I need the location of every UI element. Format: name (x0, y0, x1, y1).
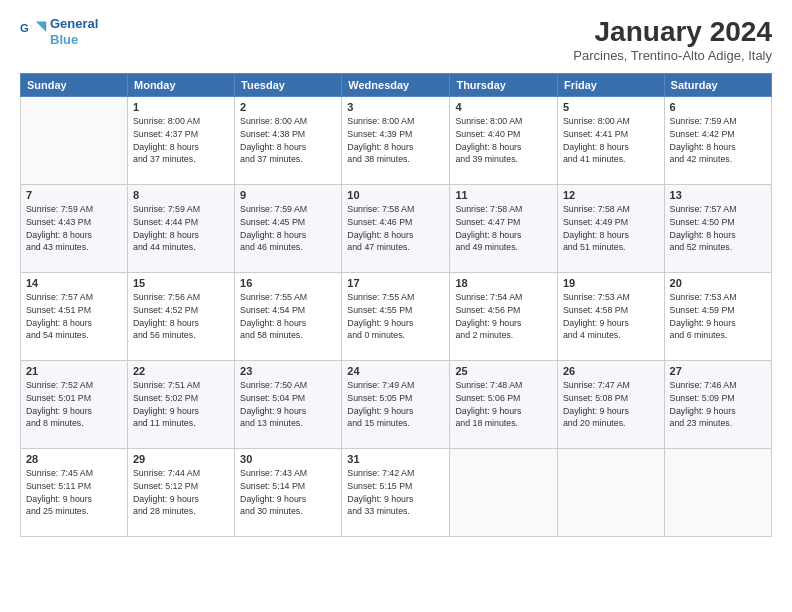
day-info: Sunrise: 7:50 AMSunset: 5:04 PMDaylight:… (240, 379, 336, 430)
day-number: 19 (563, 277, 659, 289)
day-number: 13 (670, 189, 766, 201)
calendar-cell: 8Sunrise: 7:59 AMSunset: 4:44 PMDaylight… (128, 185, 235, 273)
day-info: Sunrise: 7:44 AMSunset: 5:12 PMDaylight:… (133, 467, 229, 518)
calendar-cell: 4Sunrise: 8:00 AMSunset: 4:40 PMDaylight… (450, 97, 558, 185)
svg-text:G: G (20, 22, 29, 34)
day-info: Sunrise: 8:00 AMSunset: 4:38 PMDaylight:… (240, 115, 336, 166)
day-number: 14 (26, 277, 122, 289)
calendar-cell: 14Sunrise: 7:57 AMSunset: 4:51 PMDayligh… (21, 273, 128, 361)
calendar-cell: 9Sunrise: 7:59 AMSunset: 4:45 PMDaylight… (235, 185, 342, 273)
day-info: Sunrise: 7:59 AMSunset: 4:44 PMDaylight:… (133, 203, 229, 254)
day-number: 17 (347, 277, 444, 289)
day-info: Sunrise: 7:59 AMSunset: 4:43 PMDaylight:… (26, 203, 122, 254)
day-number: 28 (26, 453, 122, 465)
day-info: Sunrise: 7:47 AMSunset: 5:08 PMDaylight:… (563, 379, 659, 430)
day-number: 27 (670, 365, 766, 377)
svg-marker-1 (36, 21, 47, 32)
day-number: 23 (240, 365, 336, 377)
week-row-5: 28Sunrise: 7:45 AMSunset: 5:11 PMDayligh… (21, 449, 772, 537)
calendar-cell (664, 449, 771, 537)
day-info: Sunrise: 7:42 AMSunset: 5:15 PMDaylight:… (347, 467, 444, 518)
calendar-cell: 21Sunrise: 7:52 AMSunset: 5:01 PMDayligh… (21, 361, 128, 449)
day-info: Sunrise: 7:49 AMSunset: 5:05 PMDaylight:… (347, 379, 444, 430)
calendar-cell: 5Sunrise: 8:00 AMSunset: 4:41 PMDaylight… (557, 97, 664, 185)
day-number: 29 (133, 453, 229, 465)
day-info: Sunrise: 7:52 AMSunset: 5:01 PMDaylight:… (26, 379, 122, 430)
day-number: 22 (133, 365, 229, 377)
calendar-cell: 20Sunrise: 7:53 AMSunset: 4:59 PMDayligh… (664, 273, 771, 361)
logo: G General Blue (20, 16, 98, 47)
title-block: January 2024 Parcines, Trentino-Alto Adi… (573, 16, 772, 63)
day-number: 5 (563, 101, 659, 113)
week-row-3: 14Sunrise: 7:57 AMSunset: 4:51 PMDayligh… (21, 273, 772, 361)
week-row-4: 21Sunrise: 7:52 AMSunset: 5:01 PMDayligh… (21, 361, 772, 449)
day-number: 16 (240, 277, 336, 289)
calendar-cell: 25Sunrise: 7:48 AMSunset: 5:06 PMDayligh… (450, 361, 558, 449)
calendar-cell (450, 449, 558, 537)
day-header-friday: Friday (557, 74, 664, 97)
calendar-cell: 13Sunrise: 7:57 AMSunset: 4:50 PMDayligh… (664, 185, 771, 273)
calendar-body: 1Sunrise: 8:00 AMSunset: 4:37 PMDaylight… (21, 97, 772, 537)
day-number: 8 (133, 189, 229, 201)
day-number: 24 (347, 365, 444, 377)
day-header-thursday: Thursday (450, 74, 558, 97)
calendar-cell: 31Sunrise: 7:42 AMSunset: 5:15 PMDayligh… (342, 449, 450, 537)
calendar-header-row: SundayMondayTuesdayWednesdayThursdayFrid… (21, 74, 772, 97)
day-number: 20 (670, 277, 766, 289)
day-header-wednesday: Wednesday (342, 74, 450, 97)
calendar-cell: 3Sunrise: 8:00 AMSunset: 4:39 PMDaylight… (342, 97, 450, 185)
day-info: Sunrise: 7:57 AMSunset: 4:50 PMDaylight:… (670, 203, 766, 254)
calendar-cell (21, 97, 128, 185)
logo-icon: G (20, 18, 48, 46)
calendar-cell: 29Sunrise: 7:44 AMSunset: 5:12 PMDayligh… (128, 449, 235, 537)
calendar-cell: 7Sunrise: 7:59 AMSunset: 4:43 PMDaylight… (21, 185, 128, 273)
day-info: Sunrise: 7:55 AMSunset: 4:54 PMDaylight:… (240, 291, 336, 342)
calendar-cell: 2Sunrise: 8:00 AMSunset: 4:38 PMDaylight… (235, 97, 342, 185)
day-header-sunday: Sunday (21, 74, 128, 97)
header: G General Blue January 2024 Parcines, Tr… (20, 16, 772, 63)
calendar-cell: 17Sunrise: 7:55 AMSunset: 4:55 PMDayligh… (342, 273, 450, 361)
calendar-cell: 12Sunrise: 7:58 AMSunset: 4:49 PMDayligh… (557, 185, 664, 273)
day-info: Sunrise: 7:45 AMSunset: 5:11 PMDaylight:… (26, 467, 122, 518)
day-header-tuesday: Tuesday (235, 74, 342, 97)
day-info: Sunrise: 7:55 AMSunset: 4:55 PMDaylight:… (347, 291, 444, 342)
calendar-page: G General Blue January 2024 Parcines, Tr… (0, 0, 792, 612)
week-row-1: 1Sunrise: 8:00 AMSunset: 4:37 PMDaylight… (21, 97, 772, 185)
day-number: 6 (670, 101, 766, 113)
logo-line1: General (50, 16, 98, 32)
day-info: Sunrise: 7:58 AMSunset: 4:47 PMDaylight:… (455, 203, 552, 254)
calendar-cell: 28Sunrise: 7:45 AMSunset: 5:11 PMDayligh… (21, 449, 128, 537)
day-info: Sunrise: 7:51 AMSunset: 5:02 PMDaylight:… (133, 379, 229, 430)
day-info: Sunrise: 7:59 AMSunset: 4:45 PMDaylight:… (240, 203, 336, 254)
day-info: Sunrise: 8:00 AMSunset: 4:40 PMDaylight:… (455, 115, 552, 166)
calendar-cell: 16Sunrise: 7:55 AMSunset: 4:54 PMDayligh… (235, 273, 342, 361)
week-row-2: 7Sunrise: 7:59 AMSunset: 4:43 PMDaylight… (21, 185, 772, 273)
day-info: Sunrise: 7:53 AMSunset: 4:59 PMDaylight:… (670, 291, 766, 342)
day-info: Sunrise: 7:53 AMSunset: 4:58 PMDaylight:… (563, 291, 659, 342)
day-number: 7 (26, 189, 122, 201)
month-title: January 2024 (573, 16, 772, 48)
day-header-saturday: Saturday (664, 74, 771, 97)
day-info: Sunrise: 7:58 AMSunset: 4:49 PMDaylight:… (563, 203, 659, 254)
day-info: Sunrise: 7:43 AMSunset: 5:14 PMDaylight:… (240, 467, 336, 518)
day-info: Sunrise: 7:48 AMSunset: 5:06 PMDaylight:… (455, 379, 552, 430)
day-number: 2 (240, 101, 336, 113)
day-info: Sunrise: 7:56 AMSunset: 4:52 PMDaylight:… (133, 291, 229, 342)
calendar-cell (557, 449, 664, 537)
day-number: 1 (133, 101, 229, 113)
day-info: Sunrise: 7:54 AMSunset: 4:56 PMDaylight:… (455, 291, 552, 342)
calendar-cell: 18Sunrise: 7:54 AMSunset: 4:56 PMDayligh… (450, 273, 558, 361)
day-number: 25 (455, 365, 552, 377)
calendar-table: SundayMondayTuesdayWednesdayThursdayFrid… (20, 73, 772, 537)
day-number: 10 (347, 189, 444, 201)
day-number: 4 (455, 101, 552, 113)
day-number: 15 (133, 277, 229, 289)
calendar-cell: 30Sunrise: 7:43 AMSunset: 5:14 PMDayligh… (235, 449, 342, 537)
calendar-cell: 22Sunrise: 7:51 AMSunset: 5:02 PMDayligh… (128, 361, 235, 449)
day-number: 30 (240, 453, 336, 465)
day-header-monday: Monday (128, 74, 235, 97)
day-info: Sunrise: 7:46 AMSunset: 5:09 PMDaylight:… (670, 379, 766, 430)
day-info: Sunrise: 7:58 AMSunset: 4:46 PMDaylight:… (347, 203, 444, 254)
calendar-cell: 11Sunrise: 7:58 AMSunset: 4:47 PMDayligh… (450, 185, 558, 273)
calendar-cell: 6Sunrise: 7:59 AMSunset: 4:42 PMDaylight… (664, 97, 771, 185)
